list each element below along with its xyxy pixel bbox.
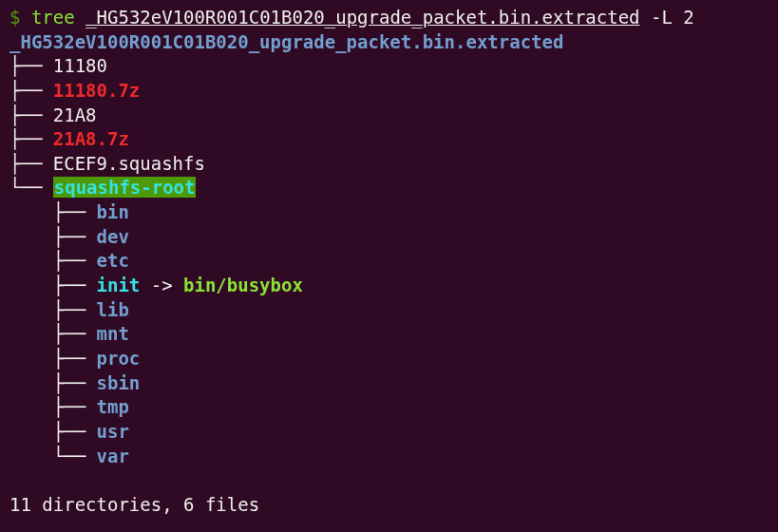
tree-branch: ├── bbox=[9, 226, 97, 247]
tree-entry: init bbox=[97, 275, 141, 295]
tree-row: └── squashfs-root bbox=[9, 176, 769, 200]
tree-row: ├── lib bbox=[9, 298, 769, 323]
tree-branch: ├── bbox=[9, 80, 53, 101]
tree-row: ├── etc bbox=[9, 249, 769, 274]
tree-row: ├── 11180.7z bbox=[9, 79, 769, 104]
tree-entry: lib bbox=[97, 299, 129, 320]
tree-branch: └── bbox=[9, 177, 53, 198]
tree-branch: ├── bbox=[9, 421, 97, 442]
tree-branch: ├── bbox=[9, 348, 97, 369]
tree-row: ├── init -> bin/busybox bbox=[9, 274, 769, 298]
tree-row: ├── dev bbox=[9, 225, 769, 250]
tree-branch: ├── bbox=[9, 372, 97, 393]
tree-branch: ├── bbox=[9, 250, 97, 271]
tree-row: ├── tmp bbox=[9, 395, 769, 420]
summary-line: 11 directories, 6 files bbox=[9, 493, 769, 518]
tree-row: ├── proc bbox=[9, 347, 769, 371]
command-flag: -L 2 bbox=[651, 7, 694, 28]
tree-row: ├── mnt bbox=[9, 322, 769, 347]
tree-entry: ECEF9.squashfs bbox=[53, 153, 205, 174]
symlink-target: bin/busybox bbox=[183, 275, 303, 295]
command: tree bbox=[31, 7, 75, 28]
tree-branch: ├── bbox=[9, 55, 53, 76]
tree-row: └── var bbox=[9, 445, 769, 469]
tree-entry: 21A8 bbox=[53, 104, 97, 125]
tree-entry: squashfs-root bbox=[53, 177, 197, 198]
tree-row: ├── sbin bbox=[9, 371, 769, 396]
tree-entry: 11180.7z bbox=[53, 80, 141, 101]
prompt-symbol: $ bbox=[9, 7, 20, 28]
root-dir-name: _HG532eV100R001C01B020_upgrade_packet.bi… bbox=[9, 31, 563, 52]
tree-entry: tmp bbox=[97, 396, 129, 417]
tree-entry: 11180 bbox=[53, 55, 107, 76]
tree-entry: sbin bbox=[97, 372, 141, 393]
tree-entry: usr bbox=[97, 421, 129, 442]
command-argument: _HG532eV100R001C01B020_upgrade_packet.bi… bbox=[85, 7, 639, 28]
tree-branch: ├── bbox=[9, 128, 53, 149]
tree-entry: 21A8.7z bbox=[53, 128, 129, 149]
symlink-arrow: -> bbox=[140, 275, 183, 295]
tree-entry: etc bbox=[97, 250, 129, 271]
tree-branch: ├── bbox=[9, 396, 97, 417]
blank-line bbox=[9, 468, 769, 493]
tree-row: ├── usr bbox=[9, 420, 769, 445]
tree-row: ├── bin bbox=[9, 200, 769, 225]
tree-branch: ├── bbox=[9, 323, 97, 344]
tree-branch: └── bbox=[9, 446, 97, 466]
prompt-line[interactable]: $ tree _HG532eV100R001C01B020_upgrade_pa… bbox=[9, 6, 769, 30]
tree-row: ├── 21A8.7z bbox=[9, 127, 769, 152]
tree-branch: ├── bbox=[9, 153, 53, 174]
tree-row: ├── ECEF9.squashfs bbox=[9, 152, 769, 177]
tree-row: ├── 11180 bbox=[9, 54, 769, 79]
tree-output: ├── 11180├── 11180.7z├── 21A8├── 21A8.7z… bbox=[9, 54, 769, 468]
tree-branch: ├── bbox=[9, 275, 97, 295]
tree-root: _HG532eV100R001C01B020_upgrade_packet.bi… bbox=[9, 30, 769, 55]
tree-row: ├── 21A8 bbox=[9, 104, 769, 128]
tree-entry: mnt bbox=[97, 323, 129, 344]
tree-entry: var bbox=[97, 446, 129, 466]
tree-branch: ├── bbox=[9, 299, 97, 320]
tree-entry: proc bbox=[97, 348, 141, 369]
tree-entry: dev bbox=[97, 226, 129, 247]
tree-branch: ├── bbox=[9, 201, 97, 222]
tree-entry: bin bbox=[97, 201, 129, 222]
tree-branch: ├── bbox=[9, 104, 53, 125]
